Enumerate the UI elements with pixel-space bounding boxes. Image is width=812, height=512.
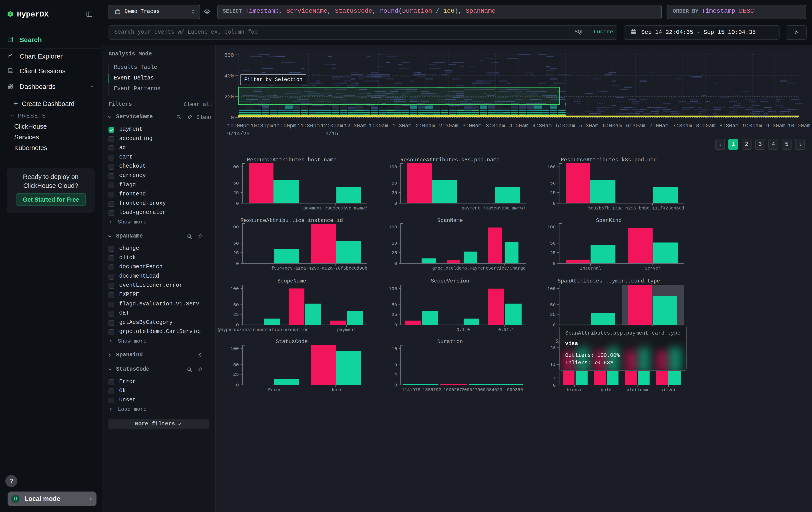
svg-text:100: 100	[389, 286, 397, 291]
svg-text:0: 0	[394, 201, 397, 206]
svg-text:StatusCode: StatusCode	[276, 339, 308, 345]
svg-text:Error: Error	[268, 387, 282, 393]
svg-text:payment: payment	[337, 327, 356, 332]
svg-text:14: 14	[550, 362, 556, 368]
svg-text:50: 50	[233, 302, 239, 308]
svg-text:0: 0	[553, 261, 556, 266]
svg-text:0: 0	[553, 323, 556, 328]
svg-text:50: 50	[233, 181, 239, 186]
svg-text:999356: 999356	[507, 387, 523, 393]
svg-text:50: 50	[233, 241, 239, 246]
svg-text:0: 0	[236, 323, 239, 328]
svg-text:50: 50	[392, 241, 397, 246]
svg-text:0.51.1: 0.51.1	[498, 327, 514, 332]
svg-text:8: 8	[394, 362, 397, 368]
svg-text:2:30am: 2:30am	[439, 123, 458, 129]
svg-text:payment-7985c8969c-mwmw7: payment-7985c8969c-mwmw7	[462, 206, 526, 211]
svg-text:7:30am: 7:30am	[673, 123, 692, 129]
svg-text:3:30am: 3:30am	[486, 123, 505, 129]
svg-text:100: 100	[547, 286, 556, 291]
svg-text:0.1.0: 0.1.0	[457, 327, 470, 332]
svg-text:0: 0	[236, 201, 239, 206]
svg-text:silver: silver	[660, 387, 676, 393]
svg-text:ScopeVersion: ScopeVersion	[431, 278, 469, 284]
svg-text:1141978: 1141978	[402, 387, 420, 393]
svg-text:9/14/25: 9/14/25	[227, 131, 250, 137]
svg-text:100: 100	[230, 164, 239, 170]
svg-text:4: 4	[394, 372, 397, 377]
svg-text:1:00am: 1:00am	[369, 123, 388, 129]
svg-text:gold: gold	[601, 387, 611, 393]
svg-text:9:00am: 9:00am	[743, 123, 762, 129]
svg-text:100: 100	[230, 286, 239, 291]
svg-text:0: 0	[236, 383, 239, 388]
svg-text:ResourceAttributes.host.name: ResourceAttributes.host.name	[247, 157, 337, 163]
svg-text:10:00am: 10:00am	[788, 123, 810, 129]
svg-text:100: 100	[389, 164, 397, 170]
svg-text:7: 7	[553, 376, 556, 381]
svg-text:100: 100	[230, 346, 239, 351]
svg-text:0: 0	[553, 383, 556, 388]
svg-text:8:30am: 8:30am	[720, 123, 738, 129]
svg-text:100: 100	[230, 225, 239, 230]
svg-text:4:30am: 4:30am	[532, 123, 552, 129]
svg-text:SpanName: SpanName	[437, 217, 463, 223]
svg-text:9:30am: 9:30am	[766, 123, 785, 129]
svg-text:400: 400	[224, 73, 234, 79]
svg-text:grpc.oteldemo.PaymentService/C: grpc.oteldemo.PaymentService/Charge	[432, 266, 526, 271]
svg-text:8:00am: 8:00am	[696, 123, 715, 129]
svg-text:584623: 584623	[486, 387, 502, 393]
svg-text:1600267: 1600267	[443, 387, 462, 393]
svg-text:200: 200	[224, 94, 234, 100]
svg-text:ResourceAttribu..ice.instance.: ResourceAttribu..ice.instance.id	[240, 217, 343, 223]
svg-text:0: 0	[231, 115, 234, 121]
svg-text:5:00am: 5:00am	[556, 123, 575, 129]
svg-text:payment-7985c8969c-mwmw7: payment-7985c8969c-mwmw7	[303, 206, 367, 211]
svg-text:25: 25	[233, 250, 239, 255]
svg-text:28: 28	[550, 346, 556, 351]
svg-text:25: 25	[550, 312, 556, 317]
svg-text:Internal: Internal	[580, 266, 601, 271]
svg-text:5:30am: 5:30am	[579, 123, 598, 129]
svg-text:0: 0	[394, 323, 397, 328]
svg-text:25: 25	[550, 190, 556, 195]
svg-text:SpanAttributes...yment.card_ty: SpanAttributes...yment.card_type	[558, 278, 660, 284]
svg-text:100: 100	[547, 225, 556, 230]
svg-text:f5344ec9-a1ea-4290-a62a-78f5be: f5344ec9-a1ea-4290-a62a-78f5bee8d90b	[271, 266, 367, 271]
svg-text:50: 50	[392, 181, 397, 186]
svg-text:5e02b5fb-13ae-4296-bbbc-111f42: 5e02b5fb-13ae-4296-bbbc-111f423c460d	[588, 206, 684, 211]
svg-text:25: 25	[392, 312, 397, 317]
svg-text:25: 25	[550, 250, 556, 255]
svg-text:25: 25	[233, 190, 239, 195]
svg-text:6:30am: 6:30am	[626, 123, 645, 129]
svg-text:200027900: 200027900	[462, 387, 486, 393]
svg-text:50: 50	[550, 302, 556, 308]
svg-text:10:00pm: 10:00pm	[227, 123, 250, 129]
svg-text:9/15: 9/15	[325, 131, 339, 137]
svg-text:0: 0	[553, 201, 556, 206]
svg-text:Unset: Unset	[330, 387, 344, 393]
svg-text:platinum: platinum	[627, 387, 648, 393]
svg-text:0: 0	[236, 261, 239, 266]
svg-text:SpanKind: SpanKind	[596, 217, 621, 223]
svg-text:0: 0	[394, 261, 397, 266]
svg-text:25: 25	[233, 312, 239, 317]
svg-text:11:30pm: 11:30pm	[297, 123, 320, 129]
svg-text:25: 25	[233, 372, 239, 377]
svg-text:Server: Server	[645, 266, 661, 271]
svg-text:2:00am: 2:00am	[415, 123, 435, 129]
svg-text:100: 100	[547, 164, 556, 170]
svg-text:10:30pm: 10:30pm	[251, 123, 273, 129]
svg-text:11:00pm: 11:00pm	[274, 123, 296, 129]
svg-text:50: 50	[392, 302, 397, 308]
svg-text:16: 16	[392, 346, 397, 351]
svg-text:4:00am: 4:00am	[509, 123, 528, 129]
svg-text:12:30am: 12:30am	[344, 123, 367, 129]
svg-text:600: 600	[224, 52, 234, 58]
svg-text:@hyperdx/instrumentation-excep: @hyperdx/instrumentation-exception	[218, 327, 309, 332]
svg-text:ResourceAttributes.k8s.pod.nam: ResourceAttributes.k8s.pod.name	[401, 157, 500, 163]
svg-text:ResourceAttributes.k8s.pod.uid: ResourceAttributes.k8s.pod.uid	[561, 157, 657, 163]
svg-text:3:00am: 3:00am	[462, 123, 482, 129]
svg-text:ScopeName: ScopeName	[277, 278, 306, 284]
svg-text:0: 0	[394, 383, 397, 388]
